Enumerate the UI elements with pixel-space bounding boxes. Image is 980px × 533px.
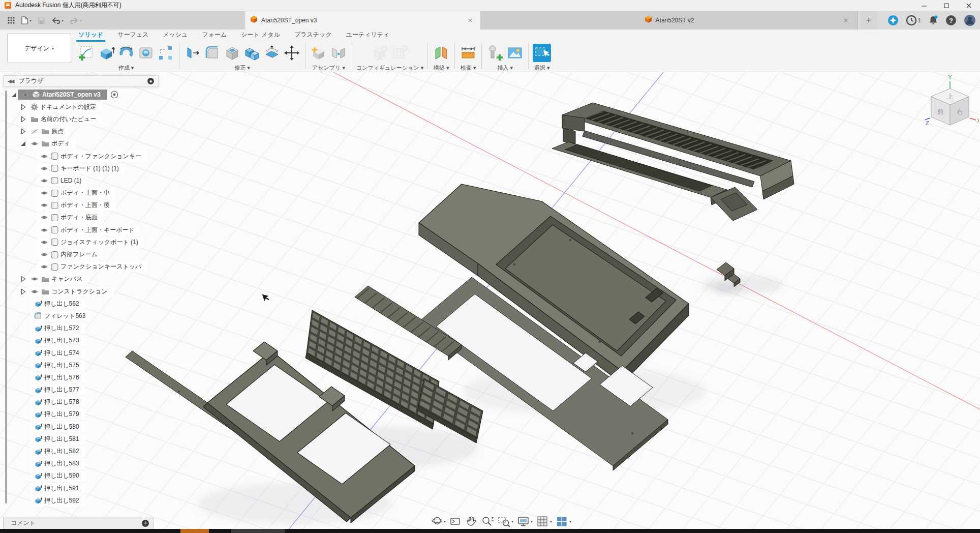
expander-closed-icon[interactable] [19,116,27,123]
feature-row[interactable]: 押し出し575 [3,359,166,371]
feature-row[interactable]: 押し出し581 [3,433,166,445]
grid-settings-icon[interactable]: ▾ [536,515,552,527]
select-icon[interactable] [533,44,551,62]
browser-row[interactable]: キャンバス [3,273,166,285]
pattern-icon[interactable] [157,44,175,62]
redo-button[interactable]: ▾ [68,15,84,25]
visibility-eye-icon[interactable] [40,252,48,257]
shell-icon[interactable] [223,44,241,62]
insert-fastener-icon[interactable] [486,44,504,62]
presspull-icon[interactable] [183,44,202,62]
extrude-icon[interactable] [97,44,115,62]
visibility-eye-icon[interactable] [40,240,48,245]
expander-closed-icon[interactable] [19,128,27,135]
feature-row[interactable]: 押し出し572 [3,322,166,335]
display-settings-icon[interactable]: ▾ [517,515,533,527]
config-table-icon[interactable] [391,44,409,62]
zoom-icon[interactable] [481,515,494,527]
extensions-icon[interactable] [887,15,899,26]
visibility-eye-icon[interactable] [40,227,48,233]
comment-bar[interactable]: コメント + [3,517,154,529]
ribbon-tab-6[interactable]: プラスチック [287,28,339,42]
expander-closed-icon[interactable] [19,288,27,295]
os-taskbar[interactable] [0,529,980,533]
job-status-icon[interactable]: 1 [906,15,921,26]
measure-icon[interactable] [459,44,477,62]
pan-icon[interactable] [465,515,477,527]
visibility-eye-icon[interactable] [40,154,48,159]
hole-icon[interactable] [137,44,155,62]
feature-row[interactable]: フィレット563 [3,310,166,322]
plane-icon[interactable] [432,44,450,62]
browser-row[interactable]: ボディ・上面・キーボード [3,224,166,236]
ribbon-group-label[interactable]: コンフィギュレーション ▾ [356,64,423,72]
taskbar-app[interactable] [231,529,285,533]
save-button[interactable] [36,15,47,26]
offsetface-icon[interactable] [263,44,281,62]
browser-row[interactable]: 原点 [3,126,166,138]
browser-row[interactable]: LED (1) [3,174,166,187]
expander-open-icon[interactable] [19,140,27,147]
feature-row[interactable]: 押し出し590 [3,470,166,482]
browser-row[interactable]: ボディ・ファンクションキー [3,150,166,162]
ribbon-group-label[interactable]: 構築 ▾ [434,64,449,72]
newcomponent-icon[interactable] [310,44,328,62]
visibility-eye-icon[interactable] [40,178,48,184]
browser-row[interactable]: キーボード (1) (1) (1) [3,162,166,174]
ribbon-group-label[interactable]: 修正 ▾ [234,64,250,72]
ribbon-tab-3[interactable]: メッシュ [156,28,195,42]
browser-row[interactable]: ボディ [3,138,166,150]
maximize-button[interactable] [935,0,958,11]
feature-row[interactable]: 押し出し573 [3,335,166,347]
browser-header[interactable]: ◀◀ ブラウザ ● [3,75,159,87]
avatar[interactable] [964,14,976,26]
close-button[interactable] [958,0,980,11]
ribbon-group-label[interactable]: 作成 ▾ [118,64,134,72]
sketch-icon[interactable] [77,44,96,62]
visibility-eye-icon[interactable] [40,190,48,196]
feature-row[interactable]: 押し出し583 [3,458,166,470]
expander-open-icon[interactable] [10,92,18,98]
ribbon-tab-5[interactable]: シート メタル [234,28,287,42]
fillet-icon[interactable] [203,44,222,62]
browser-row[interactable]: ボディ・上面・中 [3,187,166,199]
ribbon-group-label[interactable]: 検査 ▾ [461,64,476,72]
feature-row[interactable]: 押し出し577 [3,384,166,396]
config-insert-icon[interactable] [371,44,389,62]
browser-row[interactable]: 名前の付いたビュー [3,113,166,125]
view-cube[interactable]: Y 上 前 右 X Z [925,72,979,132]
feature-row[interactable]: 押し出し579 [3,408,166,421]
browser-row[interactable]: ドキュメントの設定 [3,101,166,113]
visibility-eye-icon[interactable] [30,141,39,146]
collapse-panel-icon[interactable]: ◀◀ [8,78,13,84]
browser-row[interactable]: ボディ・底面 [3,212,166,224]
ribbon-group-label[interactable]: アセンブリ ▾ [312,64,345,72]
feature-row[interactable]: 押し出し582 [3,445,166,457]
file-menu-button[interactable]: ▾ [19,15,34,26]
visibility-eye-off-icon[interactable] [30,129,39,134]
ribbon-tab-4[interactable]: フォーム [195,28,234,42]
document-tab-inactive[interactable]: Atari520ST v2 × [481,11,858,29]
workspace-selector[interactable]: デザイン ▾ [7,34,71,63]
revolve-icon[interactable] [117,44,135,62]
feature-row[interactable]: 押し出し591 [3,482,166,494]
ribbon-group-label[interactable]: 挿入 ▾ [497,64,513,72]
feature-row[interactable]: 押し出し580 [3,421,166,433]
orbit-icon[interactable]: ▾ [431,515,446,527]
ribbon-tab-2[interactable]: サーフェス [110,28,156,42]
feature-row[interactable]: 押し出し592 [3,494,166,507]
expander-closed-icon[interactable] [19,276,27,282]
ribbon-group-label[interactable]: 選択 ▾ [534,64,550,72]
viewports-icon[interactable]: ▾ [556,515,571,527]
look-at-icon[interactable] [449,515,462,527]
ribbon-tab-1[interactable]: ソリッド [71,28,110,42]
browser-row[interactable]: ファンクションキーストッパ [3,261,166,273]
feature-row[interactable]: 押し出し574 [3,347,166,359]
browser-row[interactable]: ジョイスティックポート (1) [3,236,166,248]
browser-options-icon[interactable]: ● [147,78,154,84]
visibility-eye-icon[interactable] [30,276,39,282]
taskbar-active-app[interactable] [180,529,209,533]
joint-icon[interactable] [329,44,348,62]
notification-bell-icon[interactable] [928,15,938,26]
close-icon[interactable]: × [841,16,850,24]
